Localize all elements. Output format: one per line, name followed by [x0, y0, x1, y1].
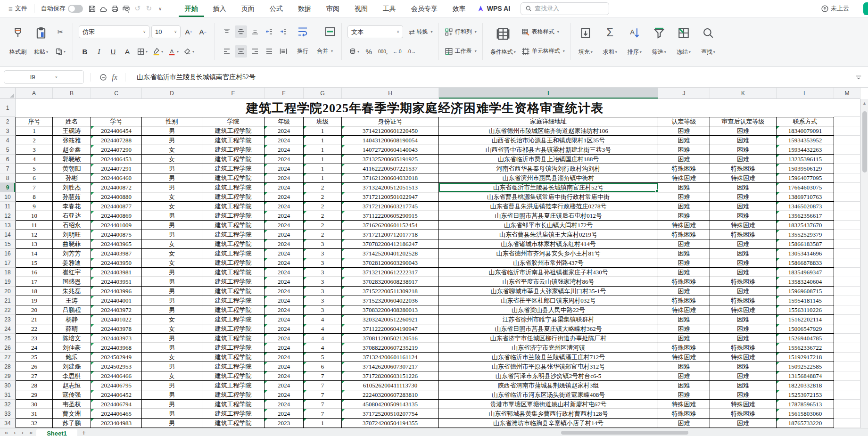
- table-cell[interactable]: 建筑工程学院: [202, 362, 265, 371]
- table-cell[interactable]: 9: [16, 202, 53, 211]
- table-cell[interactable]: 2024403972: [91, 305, 142, 315]
- table-cell[interactable]: 2024400877: [91, 202, 142, 211]
- table-cell[interactable]: 2: [304, 183, 342, 192]
- filter-button[interactable]: 筛选▾: [650, 24, 668, 59]
- table-cell[interactable]: 男: [142, 390, 202, 400]
- table-cell[interactable]: 2024502953: [91, 362, 142, 371]
- empty-cell[interactable]: [834, 258, 860, 268]
- horizontal-scrollbar-thumb[interactable]: [561, 431, 688, 435]
- table-cell[interactable]: 13583240604: [777, 277, 834, 287]
- table-cell[interactable]: 男: [142, 173, 202, 183]
- table-cell[interactable]: 刘佳豪: [53, 343, 91, 353]
- table-cell[interactable]: 2024: [265, 381, 304, 390]
- tab-数据[interactable]: 数据: [292, 0, 317, 17]
- table-cell[interactable]: 建筑工程学院: [202, 419, 265, 428]
- table-cell[interactable]: 13053414696: [777, 249, 834, 258]
- table-cell[interactable]: 4: [16, 155, 53, 164]
- table-cell[interactable]: 姜雅迪: [53, 258, 91, 268]
- table-cell[interactable]: 15562336722: [777, 343, 834, 353]
- row-header-25[interactable]: 25: [0, 334, 16, 343]
- table-cell[interactable]: 2024: [265, 296, 304, 305]
- table-cell[interactable]: 2024406453: [91, 155, 142, 164]
- table-cell[interactable]: 1: [304, 136, 342, 145]
- row-header-18[interactable]: 18: [0, 268, 16, 277]
- table-cell[interactable]: 山东省郓城县黄集乡曹西行政村曹西村128号: [439, 409, 658, 419]
- table-cell[interactable]: 男: [142, 409, 202, 419]
- table-cell[interactable]: 男: [142, 268, 202, 277]
- table-cell[interactable]: 陕西省渭南市蒲城县荆姚镇赵家村3组: [439, 381, 658, 390]
- table-cell[interactable]: 特殊困难: [710, 343, 777, 353]
- table-cell[interactable]: 困难: [710, 315, 777, 324]
- empty-cell[interactable]: [834, 183, 860, 192]
- table-cell[interactable]: 3: [304, 305, 342, 315]
- empty-cell[interactable]: [834, 126, 860, 136]
- table-cell[interactable]: 15866878833: [777, 258, 834, 268]
- table-cell[interactable]: 2023: [265, 419, 304, 428]
- table-cell[interactable]: 建筑工程学院: [202, 353, 265, 362]
- table-cell[interactable]: 411622200507221537: [342, 164, 439, 173]
- bold-button[interactable]: B: [79, 45, 91, 58]
- table-cell[interactable]: 15092522585: [777, 362, 834, 371]
- align-bottom-button[interactable]: [249, 25, 261, 38]
- table-cell[interactable]: 370811200502120516: [342, 334, 439, 343]
- table-cell[interactable]: 3: [304, 277, 342, 287]
- table-cell[interactable]: 建筑工程学院: [202, 211, 265, 221]
- table-cell[interactable]: 建筑工程学院: [202, 249, 265, 258]
- row-header-19[interactable]: 19: [0, 277, 16, 287]
- increase-decimal-button[interactable]: .0→: [405, 45, 417, 58]
- table-cell[interactable]: 15039506129: [777, 164, 834, 173]
- table-cell[interactable]: 困难: [710, 258, 777, 268]
- table-cell[interactable]: 19: [16, 296, 53, 305]
- table-cell[interactable]: 困难: [658, 324, 710, 334]
- table-cell[interactable]: 困难: [710, 324, 777, 334]
- table-cell[interactable]: 特殊困难: [658, 296, 710, 305]
- table-cell[interactable]: 特殊困难: [710, 409, 777, 419]
- table-cell[interactable]: 2024: [265, 183, 304, 192]
- empty-cell[interactable]: [834, 409, 860, 419]
- align-top-button[interactable]: [221, 25, 233, 38]
- table-cell[interactable]: 15934353952: [777, 136, 834, 145]
- prev-sheet-icon[interactable]: ‹: [12, 429, 17, 436]
- empty-cell[interactable]: [834, 362, 860, 371]
- table-cell[interactable]: 困难: [658, 183, 710, 192]
- table-cell[interactable]: 建筑工程学院: [202, 343, 265, 353]
- table-cell[interactable]: 困难: [658, 192, 710, 202]
- row-header-27[interactable]: 27: [0, 353, 16, 362]
- empty-cell[interactable]: [834, 173, 860, 183]
- table-cell[interactable]: 2024403968: [91, 343, 142, 353]
- empty-cell[interactable]: [834, 334, 860, 343]
- column-header-E[interactable]: E: [202, 88, 265, 99]
- table-cell[interactable]: 国盛恩: [53, 277, 91, 287]
- row-header-15[interactable]: 15: [0, 239, 16, 249]
- tab-插入[interactable]: 插入: [207, 0, 232, 17]
- table-cell[interactable]: 3: [304, 239, 342, 249]
- sum-button[interactable]: Σ 求和▾: [601, 24, 619, 59]
- table-cell[interactable]: 2024406795: [91, 381, 142, 390]
- table-cell[interactable]: 2024: [265, 287, 304, 296]
- align-distribute-button[interactable]: [277, 45, 289, 58]
- table-cell[interactable]: 1: [304, 145, 342, 155]
- table-cell[interactable]: 困难: [658, 362, 710, 371]
- table-cell[interactable]: 2024401022: [91, 315, 142, 324]
- cloud-upload-button[interactable]: 未上云: [821, 4, 849, 13]
- column-title[interactable]: 学院: [202, 117, 265, 126]
- column-header-I[interactable]: I: [439, 88, 658, 99]
- table-cell[interactable]: 32: [16, 419, 53, 428]
- merge-cells-button[interactable]: [324, 26, 336, 37]
- table-cell[interactable]: 建筑工程学院: [202, 192, 265, 202]
- table-cell[interactable]: 31: [16, 409, 53, 419]
- table-cell[interactable]: 男: [142, 136, 202, 145]
- table-cell[interactable]: 1: [304, 155, 342, 164]
- row-header-17[interactable]: 17: [0, 258, 16, 268]
- table-cell[interactable]: 1: [304, 164, 342, 173]
- table-cell[interactable]: 山西省晋中市祁县古县镇梁村新建北街三巷3号: [439, 145, 658, 155]
- table-cell[interactable]: 山东省胶州市常州路437号: [439, 258, 658, 268]
- tab-审阅[interactable]: 审阅: [320, 0, 346, 17]
- table-cell[interactable]: 孙慧茹: [53, 192, 91, 202]
- table-cell[interactable]: 2024: [265, 362, 304, 371]
- row-header-4[interactable]: 4: [0, 136, 16, 145]
- row-header-23[interactable]: 23: [0, 315, 16, 324]
- table-cell[interactable]: 特殊困难: [710, 353, 777, 362]
- table-cell[interactable]: 24: [16, 343, 53, 353]
- table-cell[interactable]: 5: [16, 164, 53, 173]
